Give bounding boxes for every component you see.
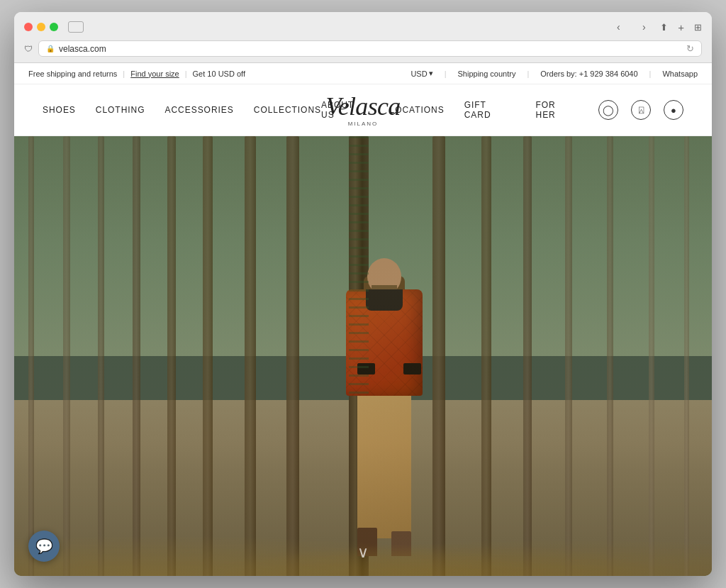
maximize-button[interactable]: [50, 23, 58, 31]
whatsapp-link[interactable]: Whatsapp: [662, 70, 698, 78]
chat-bubble-icon: 💬: [35, 538, 53, 555]
separator-2: |: [185, 70, 187, 78]
close-button[interactable]: [24, 23, 33, 31]
nav-collections[interactable]: COLLECTIONS: [254, 89, 321, 131]
scroll-indicator[interactable]: ∨: [357, 543, 369, 562]
browser-titlebar: ‹ › ⬆ + ⊞: [24, 19, 702, 35]
browser-dots: [24, 23, 58, 31]
account-circle-icon[interactable]: ◯: [598, 100, 618, 120]
tab-icon: [68, 21, 84, 33]
add-tab-button[interactable]: +: [678, 21, 684, 33]
logo-velasca: Velasca: [326, 92, 401, 121]
browser-window: ‹ › ⬆ + ⊞ 🛡 🔒 velasca.com ↻ Free shippin…: [14, 12, 712, 576]
separator-3: |: [445, 70, 447, 78]
hero-scene: [14, 136, 712, 576]
nav-icons: ◯ ⍓ ●: [598, 100, 683, 120]
browser-chrome: ‹ › ⬆ + ⊞ 🛡 🔒 velasca.com ↻: [14, 12, 712, 63]
user-silhouette-icon: ●: [671, 105, 676, 116]
hero-section: ∨ 💬: [14, 136, 712, 576]
share-icon[interactable]: ⬆: [660, 22, 668, 33]
address-bar-row: 🛡 🔒 velasca.com ↻: [24, 40, 702, 57]
person-icon: ◯: [603, 104, 614, 116]
lock-icon: 🔒: [46, 45, 55, 52]
url-text: velasca.com: [59, 44, 106, 54]
separator-1: |: [123, 70, 125, 78]
logo-area: Velasca MILANO: [326, 94, 401, 127]
currency-chevron: ▾: [429, 69, 433, 78]
back-button[interactable]: ‹: [609, 19, 627, 35]
tree-ivy: [349, 136, 369, 400]
promo-shipping: Free shipping and returns: [28, 70, 117, 78]
separator-4: |: [527, 70, 529, 78]
orders-phone: Orders by: +1 929 384 6040: [540, 70, 637, 78]
refresh-icon[interactable]: ↻: [686, 43, 694, 54]
browser-tabs: [68, 21, 85, 33]
nav-clothing[interactable]: CLOTHING: [96, 89, 145, 131]
top-bar-left: Free shipping and returns | Find your si…: [28, 70, 245, 78]
forward-button[interactable]: ›: [635, 19, 653, 35]
chat-button[interactable]: 💬: [28, 531, 60, 562]
grid-view-icon[interactable]: ⊞: [694, 22, 702, 33]
nav-accessories[interactable]: ACCESSORIES: [165, 89, 234, 131]
user-icon[interactable]: ●: [664, 100, 683, 120]
promo-discount: Get 10 USD off: [193, 70, 245, 78]
top-bar: Free shipping and returns | Find your si…: [14, 63, 712, 84]
address-bar[interactable]: 🔒 velasca.com ↻: [38, 40, 702, 57]
shopping-bag-icon: ⍓: [639, 105, 644, 115]
promo-size[interactable]: Find your size: [130, 70, 179, 78]
nav-shoes[interactable]: SHOES: [43, 89, 76, 131]
nav-left: SHOES CLOTHING ACCESSORIES COLLECTIONS: [43, 89, 321, 131]
logo-text[interactable]: Velasca: [326, 94, 401, 119]
website: Free shipping and returns | Find your si…: [14, 63, 712, 576]
nav-gift-card[interactable]: GIFT CARD: [464, 84, 516, 135]
bag-icon[interactable]: ⍓: [631, 100, 651, 120]
nav-for-her[interactable]: FOR HER: [536, 84, 579, 135]
shipping-country[interactable]: Shipping country: [458, 70, 516, 78]
top-bar-right: USD ▾ | Shipping country | Orders by: +1…: [411, 69, 698, 78]
shield-icon: 🛡: [24, 44, 33, 54]
currency-selector[interactable]: USD ▾: [411, 69, 432, 78]
separator-5: |: [649, 70, 652, 78]
currency-label: USD: [411, 70, 427, 78]
minimize-button[interactable]: [37, 23, 45, 31]
site-header: SHOES CLOTHING ACCESSORIES COLLECTIONS V…: [14, 84, 712, 136]
scroll-chevron: ∨: [357, 543, 369, 561]
logo-subtitle: MILANO: [326, 121, 401, 127]
